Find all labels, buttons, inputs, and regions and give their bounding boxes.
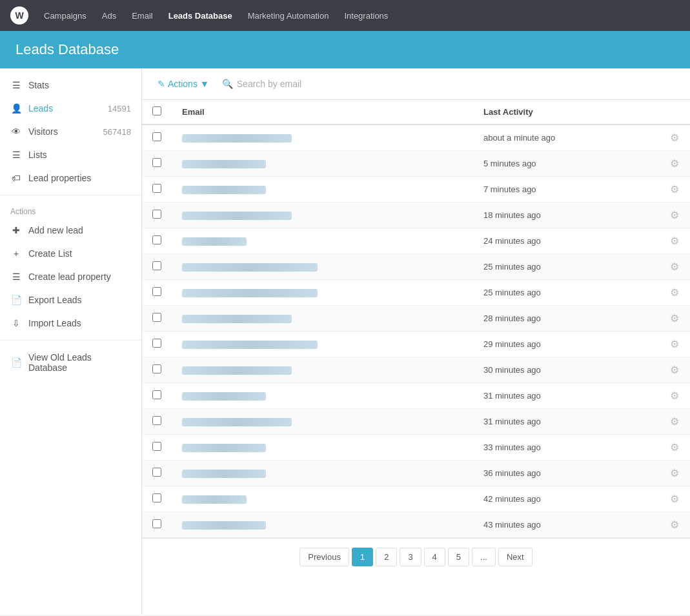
- email-cell: [172, 332, 473, 357]
- gear-icon[interactable]: ⚙: [670, 493, 679, 504]
- sidebar-item-leads[interactable]: 👤 Leads 14591: [0, 97, 141, 120]
- sidebar-item-view-old-db[interactable]: 📄 View Old Leads Database: [0, 346, 141, 379]
- row-checkbox[interactable]: [152, 442, 161, 451]
- nav-marketing-automation[interactable]: Marketing Automation: [248, 8, 329, 23]
- sidebar-item-create-list[interactable]: + Create List: [0, 242, 141, 265]
- import-leads-label: Import Leads: [28, 318, 81, 328]
- email-cell: [172, 306, 473, 332]
- sidebar-item-export-leads[interactable]: 📄 Export Leads: [0, 288, 141, 312]
- prev-page-button[interactable]: Previous: [299, 548, 349, 566]
- row-checkbox[interactable]: [152, 390, 161, 399]
- sidebar-item-visitors[interactable]: 👁 Visitors 567418: [0, 120, 141, 143]
- email-cell: [172, 228, 473, 254]
- nav-leads-database[interactable]: Leads Database: [168, 8, 232, 23]
- page-ellipsis-button[interactable]: ...: [472, 548, 496, 566]
- gear-icon[interactable]: ⚙: [670, 158, 679, 169]
- table-row: 24 minutes ago ⚙: [142, 228, 690, 254]
- gear-icon[interactable]: ⚙: [670, 468, 679, 479]
- gear-cell: ⚙: [659, 124, 690, 151]
- row-checkbox[interactable]: [152, 210, 161, 219]
- sidebar-item-create-lead-property[interactable]: ☰ Create lead property: [0, 265, 141, 288]
- row-checkbox-cell: [142, 512, 172, 538]
- email-value: [182, 392, 266, 401]
- sidebar-divider: [0, 195, 141, 195]
- sidebar-item-lists[interactable]: ☰ Lists: [0, 143, 141, 166]
- activity-cell: 30 minutes ago: [473, 357, 659, 383]
- row-checkbox[interactable]: [152, 313, 161, 322]
- sidebar: ☰ Stats 👤 Leads 14591 👁 Visitors 567418 …: [0, 68, 142, 615]
- select-all-checkbox[interactable]: [152, 106, 161, 115]
- gear-icon[interactable]: ⚙: [670, 261, 679, 272]
- row-checkbox[interactable]: [152, 416, 161, 425]
- gear-cell: ⚙: [659, 461, 690, 486]
- row-checkbox[interactable]: [152, 132, 161, 141]
- gear-icon[interactable]: ⚙: [670, 184, 679, 195]
- row-checkbox[interactable]: [152, 493, 161, 502]
- row-checkbox[interactable]: [152, 184, 161, 193]
- next-page-button[interactable]: Next: [498, 548, 533, 566]
- row-checkbox[interactable]: [152, 519, 161, 528]
- email-value: [182, 418, 292, 426]
- gear-cell: ⚙: [659, 357, 690, 383]
- gear-icon[interactable]: ⚙: [670, 210, 679, 221]
- nav-ads[interactable]: Ads: [102, 8, 116, 23]
- page-3-button[interactable]: 3: [400, 548, 421, 566]
- sidebar-item-add-new-lead[interactable]: ✚ Add new lead: [0, 219, 141, 242]
- row-checkbox[interactable]: [152, 339, 161, 348]
- email-value: [182, 444, 266, 452]
- row-checkbox-cell: [142, 357, 172, 383]
- toolbar: ✎ Actions ▼ 🔍: [142, 68, 690, 100]
- activity-cell: 31 minutes ago: [473, 409, 659, 435]
- search-input[interactable]: [237, 79, 366, 89]
- page-4-button[interactable]: 4: [424, 548, 445, 566]
- gear-icon[interactable]: ⚙: [670, 313, 679, 324]
- nav-email[interactable]: Email: [132, 8, 153, 23]
- gear-cell: ⚙: [659, 203, 690, 228]
- email-value: [182, 341, 318, 349]
- page-2-button[interactable]: 2: [376, 548, 397, 566]
- email-cell: [172, 409, 473, 435]
- row-checkbox[interactable]: [152, 468, 161, 477]
- table-row: about a minute ago ⚙: [142, 124, 690, 151]
- gear-icon[interactable]: ⚙: [670, 416, 679, 427]
- gear-icon[interactable]: ⚙: [670, 287, 679, 298]
- email-cell: [172, 124, 473, 151]
- row-checkbox-cell: [142, 306, 172, 332]
- page-5-button[interactable]: 5: [448, 548, 469, 566]
- actions-button[interactable]: ✎ Actions ▼: [152, 76, 214, 92]
- email-column-header: Email: [172, 100, 473, 124]
- page-title: Leads Database: [15, 41, 675, 58]
- main-content: ✎ Actions ▼ 🔍 Email Last Activity: [142, 68, 690, 615]
- gear-icon[interactable]: ⚙: [670, 519, 679, 530]
- email-value: [182, 366, 292, 375]
- actions-column-header: [659, 100, 690, 124]
- sidebar-item-stats[interactable]: ☰ Stats: [0, 74, 141, 97]
- nav-campaigns[interactable]: Campaigns: [44, 8, 86, 23]
- page-1-button[interactable]: 1: [352, 548, 373, 566]
- row-checkbox[interactable]: [152, 158, 161, 167]
- table-row: 36 minutes ago ⚙: [142, 461, 690, 486]
- gear-icon[interactable]: ⚙: [670, 442, 679, 453]
- gear-icon[interactable]: ⚙: [670, 390, 679, 401]
- sidebar-item-lead-properties[interactable]: 🏷 Lead properties: [0, 166, 141, 190]
- gear-cell: ⚙: [659, 383, 690, 409]
- create-lead-property-label: Create lead property: [28, 272, 111, 282]
- gear-icon[interactable]: ⚙: [670, 364, 679, 375]
- nav-integrations[interactable]: Integrations: [344, 8, 388, 23]
- gear-icon[interactable]: ⚙: [670, 339, 679, 350]
- row-checkbox[interactable]: [152, 235, 161, 244]
- row-checkbox[interactable]: [152, 364, 161, 373]
- sidebar-lists-label: Lists: [28, 150, 47, 160]
- gear-icon[interactable]: ⚙: [670, 235, 679, 246]
- activity-cell: 25 minutes ago: [473, 254, 659, 280]
- sidebar-item-import-leads[interactable]: ⇩ Import Leads: [0, 312, 141, 335]
- email-value: [182, 470, 266, 478]
- table-row: 31 minutes ago ⚙: [142, 409, 690, 435]
- table-row: 7 minutes ago ⚙: [142, 177, 690, 203]
- gear-cell: ⚙: [659, 228, 690, 254]
- sidebar-lead-properties-label: Lead properties: [28, 173, 91, 183]
- add-person-icon: ✚: [10, 225, 22, 235]
- row-checkbox[interactable]: [152, 287, 161, 296]
- row-checkbox[interactable]: [152, 261, 161, 270]
- gear-icon[interactable]: ⚙: [670, 132, 679, 143]
